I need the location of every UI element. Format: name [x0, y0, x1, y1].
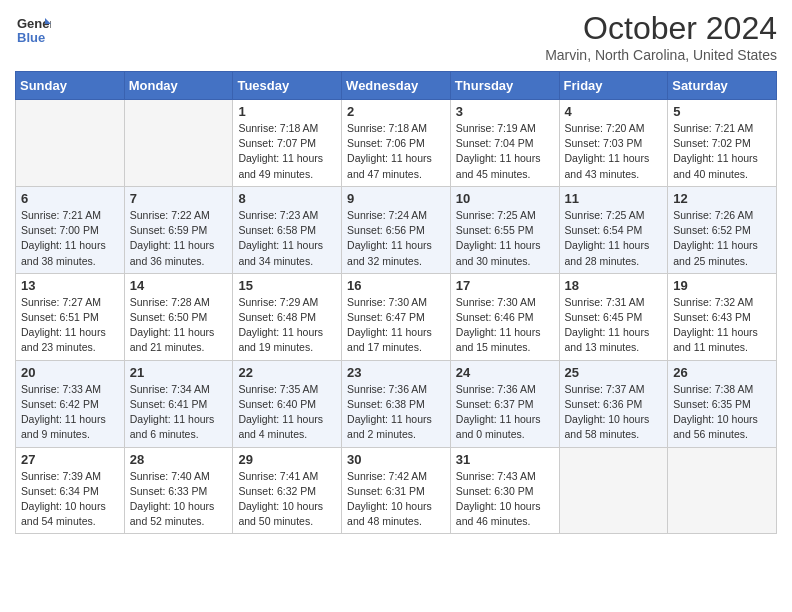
calendar-cell: 6Sunrise: 7:21 AM Sunset: 7:00 PM Daylig…	[16, 186, 125, 273]
day-info: Sunrise: 7:43 AM Sunset: 6:30 PM Dayligh…	[456, 469, 554, 530]
calendar-cell: 30Sunrise: 7:42 AM Sunset: 6:31 PM Dayli…	[342, 447, 451, 534]
weekday-header-tuesday: Tuesday	[233, 72, 342, 100]
calendar-cell: 21Sunrise: 7:34 AM Sunset: 6:41 PM Dayli…	[124, 360, 233, 447]
calendar-cell	[559, 447, 668, 534]
weekday-header-monday: Monday	[124, 72, 233, 100]
calendar-cell	[668, 447, 777, 534]
day-info: Sunrise: 7:28 AM Sunset: 6:50 PM Dayligh…	[130, 295, 228, 356]
calendar-cell: 12Sunrise: 7:26 AM Sunset: 6:52 PM Dayli…	[668, 186, 777, 273]
calendar-cell: 10Sunrise: 7:25 AM Sunset: 6:55 PM Dayli…	[450, 186, 559, 273]
day-info: Sunrise: 7:20 AM Sunset: 7:03 PM Dayligh…	[565, 121, 663, 182]
day-number: 2	[347, 104, 445, 119]
day-info: Sunrise: 7:30 AM Sunset: 6:46 PM Dayligh…	[456, 295, 554, 356]
calendar-cell: 1Sunrise: 7:18 AM Sunset: 7:07 PM Daylig…	[233, 100, 342, 187]
day-number: 10	[456, 191, 554, 206]
month-title: October 2024	[545, 10, 777, 47]
calendar-cell: 14Sunrise: 7:28 AM Sunset: 6:50 PM Dayli…	[124, 273, 233, 360]
day-info: Sunrise: 7:21 AM Sunset: 7:00 PM Dayligh…	[21, 208, 119, 269]
calendar-cell: 3Sunrise: 7:19 AM Sunset: 7:04 PM Daylig…	[450, 100, 559, 187]
day-number: 31	[456, 452, 554, 467]
day-info: Sunrise: 7:27 AM Sunset: 6:51 PM Dayligh…	[21, 295, 119, 356]
day-info: Sunrise: 7:23 AM Sunset: 6:58 PM Dayligh…	[238, 208, 336, 269]
calendar-cell: 23Sunrise: 7:36 AM Sunset: 6:38 PM Dayli…	[342, 360, 451, 447]
day-info: Sunrise: 7:22 AM Sunset: 6:59 PM Dayligh…	[130, 208, 228, 269]
calendar-cell: 8Sunrise: 7:23 AM Sunset: 6:58 PM Daylig…	[233, 186, 342, 273]
calendar-cell: 25Sunrise: 7:37 AM Sunset: 6:36 PM Dayli…	[559, 360, 668, 447]
weekday-header-saturday: Saturday	[668, 72, 777, 100]
calendar-cell: 27Sunrise: 7:39 AM Sunset: 6:34 PM Dayli…	[16, 447, 125, 534]
day-info: Sunrise: 7:38 AM Sunset: 6:35 PM Dayligh…	[673, 382, 771, 443]
calendar-cell: 22Sunrise: 7:35 AM Sunset: 6:40 PM Dayli…	[233, 360, 342, 447]
calendar-table: SundayMondayTuesdayWednesdayThursdayFrid…	[15, 71, 777, 534]
calendar-cell: 19Sunrise: 7:32 AM Sunset: 6:43 PM Dayli…	[668, 273, 777, 360]
logo: General Blue	[15, 10, 51, 46]
calendar-cell: 28Sunrise: 7:40 AM Sunset: 6:33 PM Dayli…	[124, 447, 233, 534]
weekday-header-thursday: Thursday	[450, 72, 559, 100]
day-info: Sunrise: 7:30 AM Sunset: 6:47 PM Dayligh…	[347, 295, 445, 356]
day-info: Sunrise: 7:34 AM Sunset: 6:41 PM Dayligh…	[130, 382, 228, 443]
day-number: 27	[21, 452, 119, 467]
day-number: 8	[238, 191, 336, 206]
day-info: Sunrise: 7:26 AM Sunset: 6:52 PM Dayligh…	[673, 208, 771, 269]
calendar-cell: 24Sunrise: 7:36 AM Sunset: 6:37 PM Dayli…	[450, 360, 559, 447]
calendar-cell: 17Sunrise: 7:30 AM Sunset: 6:46 PM Dayli…	[450, 273, 559, 360]
day-info: Sunrise: 7:39 AM Sunset: 6:34 PM Dayligh…	[21, 469, 119, 530]
logo-icon: General Blue	[15, 10, 51, 46]
day-number: 3	[456, 104, 554, 119]
calendar-cell: 11Sunrise: 7:25 AM Sunset: 6:54 PM Dayli…	[559, 186, 668, 273]
day-number: 21	[130, 365, 228, 380]
week-row-2: 6Sunrise: 7:21 AM Sunset: 7:00 PM Daylig…	[16, 186, 777, 273]
day-number: 19	[673, 278, 771, 293]
day-number: 13	[21, 278, 119, 293]
day-number: 26	[673, 365, 771, 380]
calendar-cell: 31Sunrise: 7:43 AM Sunset: 6:30 PM Dayli…	[450, 447, 559, 534]
calendar-cell: 18Sunrise: 7:31 AM Sunset: 6:45 PM Dayli…	[559, 273, 668, 360]
calendar-cell: 13Sunrise: 7:27 AM Sunset: 6:51 PM Dayli…	[16, 273, 125, 360]
day-number: 25	[565, 365, 663, 380]
day-number: 29	[238, 452, 336, 467]
calendar-cell: 5Sunrise: 7:21 AM Sunset: 7:02 PM Daylig…	[668, 100, 777, 187]
day-number: 1	[238, 104, 336, 119]
calendar-cell: 9Sunrise: 7:24 AM Sunset: 6:56 PM Daylig…	[342, 186, 451, 273]
calendar-cell: 29Sunrise: 7:41 AM Sunset: 6:32 PM Dayli…	[233, 447, 342, 534]
page-header: General Blue October 2024 Marvin, North …	[15, 10, 777, 63]
weekday-header-wednesday: Wednesday	[342, 72, 451, 100]
day-info: Sunrise: 7:21 AM Sunset: 7:02 PM Dayligh…	[673, 121, 771, 182]
day-info: Sunrise: 7:25 AM Sunset: 6:54 PM Dayligh…	[565, 208, 663, 269]
day-number: 14	[130, 278, 228, 293]
calendar-cell: 20Sunrise: 7:33 AM Sunset: 6:42 PM Dayli…	[16, 360, 125, 447]
day-number: 20	[21, 365, 119, 380]
weekday-header-sunday: Sunday	[16, 72, 125, 100]
calendar-cell	[16, 100, 125, 187]
svg-text:Blue: Blue	[17, 30, 45, 45]
day-info: Sunrise: 7:31 AM Sunset: 6:45 PM Dayligh…	[565, 295, 663, 356]
calendar-cell: 4Sunrise: 7:20 AM Sunset: 7:03 PM Daylig…	[559, 100, 668, 187]
day-info: Sunrise: 7:25 AM Sunset: 6:55 PM Dayligh…	[456, 208, 554, 269]
title-block: October 2024 Marvin, North Carolina, Uni…	[545, 10, 777, 63]
day-info: Sunrise: 7:36 AM Sunset: 6:37 PM Dayligh…	[456, 382, 554, 443]
day-number: 28	[130, 452, 228, 467]
day-info: Sunrise: 7:29 AM Sunset: 6:48 PM Dayligh…	[238, 295, 336, 356]
weekday-header-friday: Friday	[559, 72, 668, 100]
weekday-header-row: SundayMondayTuesdayWednesdayThursdayFrid…	[16, 72, 777, 100]
day-number: 11	[565, 191, 663, 206]
calendar-cell: 16Sunrise: 7:30 AM Sunset: 6:47 PM Dayli…	[342, 273, 451, 360]
day-number: 16	[347, 278, 445, 293]
calendar-cell	[124, 100, 233, 187]
day-info: Sunrise: 7:40 AM Sunset: 6:33 PM Dayligh…	[130, 469, 228, 530]
day-info: Sunrise: 7:18 AM Sunset: 7:06 PM Dayligh…	[347, 121, 445, 182]
day-number: 30	[347, 452, 445, 467]
day-number: 5	[673, 104, 771, 119]
calendar-cell: 26Sunrise: 7:38 AM Sunset: 6:35 PM Dayli…	[668, 360, 777, 447]
day-number: 15	[238, 278, 336, 293]
day-number: 7	[130, 191, 228, 206]
calendar-cell: 2Sunrise: 7:18 AM Sunset: 7:06 PM Daylig…	[342, 100, 451, 187]
day-info: Sunrise: 7:18 AM Sunset: 7:07 PM Dayligh…	[238, 121, 336, 182]
day-number: 22	[238, 365, 336, 380]
day-number: 4	[565, 104, 663, 119]
day-number: 6	[21, 191, 119, 206]
week-row-5: 27Sunrise: 7:39 AM Sunset: 6:34 PM Dayli…	[16, 447, 777, 534]
day-info: Sunrise: 7:37 AM Sunset: 6:36 PM Dayligh…	[565, 382, 663, 443]
day-number: 12	[673, 191, 771, 206]
day-number: 17	[456, 278, 554, 293]
